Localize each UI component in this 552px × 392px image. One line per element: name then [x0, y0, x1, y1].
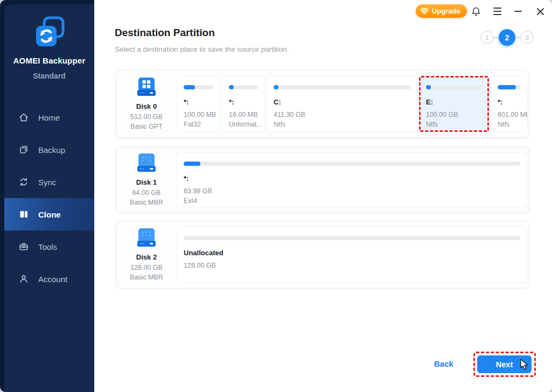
- partition-card[interactable]: Unallocated 128.00 GB: [177, 227, 527, 283]
- disk-0-info: Disk 0 512.00 GB Basic GPT: [116, 76, 177, 132]
- partition-label: Unallocated: [184, 249, 520, 257]
- usage-bar: [184, 162, 520, 166]
- partition-card[interactable]: C: 411.30 GB Ntfs: [267, 76, 417, 132]
- app-edition: Standard: [4, 72, 94, 80]
- partition-card-selected[interactable]: E: 100.00 GB Ntfs: [419, 76, 489, 132]
- partition-card[interactable]: *: 16.00 MB Unformat...: [222, 76, 265, 132]
- app-logo: AOMEI Backupper Standard: [4, 16, 94, 80]
- sidebar-item-label: Home: [38, 113, 60, 122]
- upgrade-label: Upgrade: [432, 7, 460, 15]
- partition-size: 63.99 GB: [184, 186, 520, 196]
- disk-row-2: Disk 2 128.00 GB Basic MBR Unallocated 1…: [116, 221, 529, 289]
- upgrade-button[interactable]: Upgrade: [416, 4, 467, 18]
- sidebar-menu: Home Backup: [4, 101, 94, 295]
- partition-fs: Ntfs: [426, 120, 482, 129]
- step-connector: [515, 37, 520, 39]
- sidebar-panel: AOMEI Backupper Standard Home: [4, 4, 94, 392]
- disk-name: Disk 2: [136, 253, 157, 261]
- usage-bar: [426, 85, 482, 89]
- partition-label: *:: [229, 98, 258, 106]
- account-icon: [18, 274, 29, 284]
- disk-name: Disk 0: [136, 102, 157, 110]
- partition-fs: Fat32: [184, 120, 213, 129]
- disk-icon: [135, 152, 158, 176]
- disk-row-1: Disk 1 64.00 GB Basic MBR *: 63.99 GB Ex…: [116, 146, 529, 213]
- sidebar-item-home[interactable]: Home: [4, 101, 94, 134]
- page-subtitle: Select a destination place to save the s…: [115, 45, 289, 53]
- next-button[interactable]: Next: [477, 355, 532, 373]
- sidebar: AOMEI Backupper Standard Home: [0, 0, 94, 392]
- partition-size: 128.00 GB: [184, 261, 520, 270]
- usage-bar: [184, 236, 520, 240]
- bell-icon[interactable]: [470, 5, 482, 17]
- app-name: AOMEI Backupper: [4, 56, 94, 65]
- partition-card[interactable]: *: 601.00 MB Ntfs: [491, 76, 528, 132]
- partition-size: 16.00 MB: [229, 110, 258, 120]
- partition-fs: Ntfs: [274, 120, 410, 129]
- sidebar-item-backup[interactable]: Backup: [4, 134, 94, 166]
- step-connector: [494, 37, 499, 39]
- back-button[interactable]: Back: [434, 359, 453, 368]
- partition-label: E:: [426, 98, 482, 106]
- disk-type: Basic MBR: [130, 198, 163, 208]
- disk-icon: [135, 227, 158, 251]
- disk-size: 64.00 GB: [130, 188, 163, 198]
- usage-bar: [498, 85, 521, 89]
- step-2-active: 2: [499, 29, 515, 46]
- sidebar-item-account[interactable]: Account: [4, 263, 94, 295]
- sidebar-item-clone[interactable]: Clone: [4, 198, 94, 230]
- disk-1-info: Disk 1 64.00 GB Basic MBR: [116, 152, 177, 207]
- sync-icon: [18, 177, 29, 187]
- partition-card[interactable]: *: 63.99 GB Ext4: [177, 152, 527, 207]
- home-icon: [18, 112, 29, 123]
- sidebar-item-sync[interactable]: Sync: [4, 166, 94, 198]
- disk-name: Disk 1: [136, 178, 157, 186]
- main-content: Upgrade Destination Partition Select a d…: [94, 0, 552, 392]
- sidebar-item-label: Clone: [38, 210, 61, 219]
- app-logo-icon: [34, 16, 65, 51]
- disk-0-partitions: *: 100.00 MB Fat32 *: 16.00 MB Unformat.…: [177, 76, 528, 132]
- sidebar-item-label: Account: [38, 275, 67, 284]
- partition-size: 411.30 GB: [274, 110, 410, 120]
- partition-size: 100.00 MB: [184, 110, 213, 120]
- step-1: 1: [480, 31, 494, 44]
- usage-bar: [274, 85, 410, 89]
- clone-icon: [18, 209, 29, 220]
- app-window: AOMEI Backupper Standard Home: [0, 0, 552, 392]
- disk-type: Basic MBR: [130, 273, 163, 283]
- disk-type: Basic GPT: [130, 122, 163, 132]
- disk-2-partitions: Unallocated 128.00 GB: [177, 227, 527, 283]
- close-icon[interactable]: [534, 5, 546, 17]
- step-indicator: 1 2 3: [480, 29, 534, 46]
- usage-bar: [229, 85, 258, 89]
- partition-fs: Ntfs: [498, 120, 521, 129]
- sidebar-item-label: Sync: [38, 178, 56, 187]
- partition-label: *:: [184, 174, 520, 183]
- partition-label: *:: [498, 98, 521, 106]
- minimize-icon[interactable]: [512, 5, 524, 17]
- disk-icon: [135, 76, 158, 100]
- usage-bar: [184, 85, 213, 89]
- partition-size: 601.00 MB: [498, 110, 521, 120]
- disk-1-partitions: *: 63.99 GB Ext4: [177, 152, 527, 207]
- sidebar-item-label: Backup: [38, 145, 65, 155]
- sidebar-item-tools[interactable]: Tools: [4, 230, 94, 263]
- backup-icon: [18, 144, 29, 155]
- partition-fs: Unformat...: [229, 120, 258, 129]
- partition-fs: Ext4: [184, 196, 520, 206]
- gem-icon: [420, 8, 429, 15]
- partition-label: *:: [184, 98, 213, 106]
- page-title: Destination Partition: [115, 27, 215, 39]
- partition-card[interactable]: *: 100.00 MB Fat32: [177, 76, 220, 132]
- hamburger-icon[interactable]: [491, 5, 503, 17]
- step-3: 3: [520, 31, 534, 44]
- tools-icon: [18, 241, 29, 252]
- disk-2-info: Disk 2 128.00 GB Basic MBR: [116, 227, 177, 283]
- disk-size: 128.00 GB: [130, 263, 163, 273]
- partition-size: 100.00 GB: [426, 110, 482, 120]
- sidebar-item-label: Tools: [38, 242, 57, 251]
- disk-size: 512.00 GB: [130, 113, 163, 122]
- disk-row-0: Disk 0 512.00 GB Basic GPT *: 100.00 MB …: [116, 70, 529, 138]
- partition-label: C:: [274, 98, 410, 106]
